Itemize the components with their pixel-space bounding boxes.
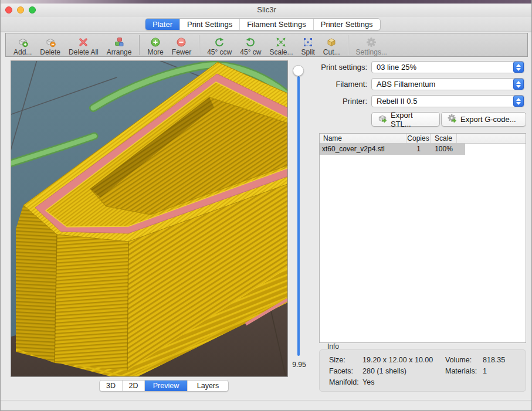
preview-3d-viewport[interactable] <box>11 60 288 377</box>
filament-label: Filament: <box>294 78 367 90</box>
filament-select[interactable]: ABS Fillamentum <box>371 78 524 90</box>
layer-slider-value: 9.95 <box>286 361 313 369</box>
column-header-scale[interactable]: Scale <box>431 134 457 143</box>
more-button-label: More <box>147 48 163 56</box>
rotate-ccw-icon <box>214 37 225 48</box>
delete-all-button[interactable]: Delete All <box>65 34 103 56</box>
export-gcode-button[interactable]: Export G-code... <box>441 112 526 127</box>
cell-copies: 1 <box>406 144 431 155</box>
titlebar: Slic3r <box>1 4 532 17</box>
arrange-icon <box>114 37 124 48</box>
volume-label: Volume: <box>445 356 472 364</box>
delete-button[interactable]: Delete <box>36 34 65 56</box>
print-settings-select[interactable]: 03 line 25% <box>371 61 524 73</box>
tab-layers[interactable]: Layers <box>188 381 228 391</box>
split-button[interactable]: Split <box>297 34 318 56</box>
delete-object-icon <box>45 37 56 48</box>
manifold-label: Manifold: <box>329 378 359 386</box>
export-stl-icon <box>378 114 388 125</box>
delete-all-icon <box>78 37 89 48</box>
table-row[interactable]: xt60_cover_v2p4.stl 1 100% <box>320 144 465 155</box>
facets-value: 280 (1 shells) <box>362 367 406 375</box>
toolbar-separator <box>199 35 199 55</box>
cut-button-label: Cut... <box>323 48 340 56</box>
main-tabs: Plater Print Settings Filament Settings … <box>145 18 381 30</box>
materials-value: 1 <box>483 367 487 375</box>
print-settings-value: 03 line 25% <box>377 63 416 72</box>
printer-label: Printer: <box>294 95 367 107</box>
add-button-label: Add... <box>13 48 32 56</box>
scale-button-label: Scale... <box>269 48 293 56</box>
volume-value: 818.35 <box>483 356 505 364</box>
settings-button-label: Settings... <box>356 48 387 56</box>
printer-value: Rebell II 0.5 <box>377 97 417 106</box>
fewer-button-label: Fewer <box>172 48 191 56</box>
size-label: Size: <box>329 356 345 364</box>
objects-table-header: Name Copies Scale <box>320 134 526 144</box>
cut-icon <box>326 37 337 48</box>
tab-plater[interactable]: Plater <box>145 19 180 30</box>
slic3r-window: Slic3r Plater Print Settings Filament Se… <box>0 0 532 411</box>
tab-preview[interactable]: Preview <box>145 381 188 391</box>
rotate-ccw-button-label: 45° ccw <box>207 48 232 56</box>
tab-printer-settings[interactable]: Printer Settings <box>314 19 380 30</box>
split-icon <box>303 37 313 48</box>
fewer-copies-icon <box>176 37 187 48</box>
main-tabbar: Plater Print Settings Filament Settings … <box>1 17 532 32</box>
facets-label: Facets: <box>329 367 353 375</box>
rotate-cw-button[interactable]: 45° cw <box>236 34 265 56</box>
toolbar-separator <box>139 35 140 55</box>
cut-button[interactable]: Cut... <box>319 34 344 56</box>
size-value: 19.20 x 12.00 x 10.00 <box>362 356 433 364</box>
export-gcode-label: Export G-code... <box>460 115 516 124</box>
select-stepper-icon[interactable] <box>513 62 524 73</box>
select-stepper-icon[interactable] <box>513 96 524 107</box>
settings-button[interactable]: Settings... <box>352 34 391 56</box>
cell-name: xt60_cover_v2p4.stl <box>320 144 406 155</box>
column-header-copies[interactable]: Copies <box>406 134 431 143</box>
statusbar <box>1 401 532 411</box>
more-copies-icon <box>150 37 161 48</box>
layer-slider-track[interactable] <box>297 76 300 356</box>
rotate-ccw-button[interactable]: 45° ccw <box>203 34 236 56</box>
print-settings-label: Print settings: <box>294 61 367 73</box>
sliced-model-scene <box>11 61 287 376</box>
export-stl-label: Export STL... <box>391 111 433 128</box>
add-object-icon <box>18 37 28 48</box>
arrange-button[interactable]: Arrange <box>103 34 136 56</box>
more-button[interactable]: More <box>143 34 167 56</box>
delete-all-button-label: Delete All <box>69 48 99 56</box>
scale-button[interactable]: Scale... <box>265 34 297 56</box>
toolbar-separator <box>348 35 348 55</box>
export-gcode-icon <box>448 114 458 125</box>
objects-table: Name Copies Scale xt60_cover_v2p4.stl 1 … <box>319 133 526 343</box>
view-mode-tabs: 3D 2D Preview Layers <box>99 380 229 392</box>
delete-button-label: Delete <box>40 48 60 56</box>
manifold-value: Yes <box>362 378 374 386</box>
filament-value: ABS Fillamentum <box>377 80 435 89</box>
settings-gear-icon <box>366 37 377 48</box>
fewer-button[interactable]: Fewer <box>168 34 195 56</box>
materials-label: Materials: <box>445 367 477 375</box>
printer-select[interactable]: Rebell II 0.5 <box>371 95 524 107</box>
rotate-cw-button-label: 45° cw <box>240 48 261 56</box>
arrange-button-label: Arrange <box>107 48 132 56</box>
tab-print-settings[interactable]: Print Settings <box>180 19 240 30</box>
scale-icon <box>276 37 286 48</box>
plater-toolbar: Add... Delete Delete All <box>5 33 528 57</box>
tab-3d[interactable]: 3D <box>100 381 123 391</box>
add-button[interactable]: Add... <box>9 34 36 56</box>
column-header-name[interactable]: Name <box>320 134 406 143</box>
model-front-wall <box>55 235 128 371</box>
split-button-label: Split <box>301 48 314 56</box>
tab-filament-settings[interactable]: Filament Settings <box>240 19 313 30</box>
export-stl-button[interactable]: Export STL... <box>371 112 440 127</box>
tab-2d[interactable]: 2D <box>123 381 145 391</box>
cell-scale: 100% <box>431 144 457 155</box>
rotate-cw-icon <box>245 37 256 48</box>
select-stepper-icon[interactable] <box>513 79 524 90</box>
window-title: Slic3r <box>1 5 532 14</box>
